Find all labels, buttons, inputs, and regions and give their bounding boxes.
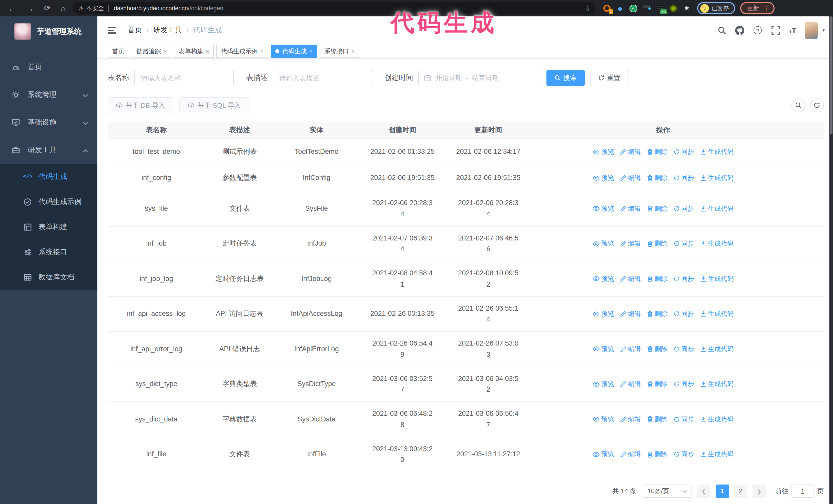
user-menu-caret-icon[interactable]: ▾	[823, 28, 825, 33]
app-logo[interactable]: 芋道管理系统	[0, 17, 97, 46]
browser-back-icon[interactable]: ←	[8, 4, 16, 13]
edit-link[interactable]: 编辑	[620, 309, 641, 319]
preview-link[interactable]: 预览	[593, 147, 614, 157]
github-icon[interactable]	[735, 26, 744, 35]
sidebar-collapse-icon[interactable]	[108, 27, 116, 34]
tab-4[interactable]: 代码生成×	[271, 45, 317, 58]
sidebar-item-0[interactable]: 首页	[0, 53, 97, 81]
sync-link[interactable]: 同步	[673, 203, 694, 214]
close-icon[interactable]: ×	[164, 48, 167, 54]
delete-link[interactable]: 删除	[647, 414, 667, 425]
close-icon[interactable]: ×	[260, 48, 264, 54]
breadcrumb-item-1[interactable]: 研发工具	[153, 26, 182, 35]
page-button-1[interactable]: 1	[716, 484, 729, 498]
generate-code-link[interactable]: 生成代码	[700, 147, 734, 157]
close-icon[interactable]: ×	[206, 48, 209, 54]
sync-link[interactable]: 同步	[673, 239, 694, 249]
delete-link[interactable]: 删除	[647, 274, 667, 284]
browser-home-icon[interactable]: ⌂	[61, 4, 65, 13]
edit-link[interactable]: 编辑	[620, 274, 641, 284]
reset-button[interactable]: 重置	[590, 70, 628, 86]
browser-forward-icon[interactable]: →	[26, 4, 34, 13]
bookmark-star-icon[interactable]: ☆	[585, 4, 590, 12]
prev-page-button[interactable]: ❮	[697, 484, 711, 498]
address-bar[interactable]: ⚠ 不安全 dashboard.yudao.iocoder.cn/tool/co…	[73, 2, 595, 14]
delete-link[interactable]: 删除	[647, 147, 667, 157]
generate-code-link[interactable]: 生成代码	[700, 274, 734, 284]
delete-link[interactable]: 删除	[647, 309, 667, 319]
help-icon[interactable]: ?	[753, 26, 763, 35]
tab-3[interactable]: 代码生成示例×	[216, 45, 268, 58]
tab-5[interactable]: 系统接口×	[320, 45, 360, 58]
edit-link[interactable]: 编辑	[620, 147, 641, 157]
delete-link[interactable]: 删除	[647, 173, 667, 183]
edit-link[interactable]: 编辑	[620, 379, 641, 389]
extension-ring-icon[interactable]: 1	[602, 4, 611, 12]
page-size-select[interactable]: 10条/页	[643, 484, 692, 498]
import-sql-button[interactable]: 基于 SQL 导入	[180, 97, 249, 113]
preview-link[interactable]: 预览	[593, 379, 614, 389]
header-search-icon[interactable]	[717, 26, 727, 35]
delete-link[interactable]: 删除	[647, 239, 667, 249]
sidebar-subitem-1[interactable]: 代码生成示例	[0, 189, 97, 214]
sidebar-subitem-3[interactable]: 系统接口	[0, 239, 97, 265]
fullscreen-icon[interactable]	[771, 26, 781, 35]
tab-2[interactable]: 表单构建×	[174, 45, 214, 58]
next-page-button[interactable]: ❯	[753, 484, 766, 498]
preview-link[interactable]: 预览	[593, 449, 614, 460]
generate-code-link[interactable]: 生成代码	[700, 379, 734, 389]
page-button-2[interactable]: 2	[734, 484, 747, 498]
sidebar-item-2[interactable]: 基础设施	[0, 109, 97, 136]
edit-link[interactable]: 编辑	[620, 344, 641, 354]
extension-proxy-icon[interactable]: on	[656, 4, 664, 12]
delete-link[interactable]: 删除	[647, 449, 667, 460]
edit-link[interactable]: 编辑	[620, 203, 641, 214]
preview-link[interactable]: 预览	[593, 309, 614, 319]
close-icon[interactable]: ×	[352, 48, 355, 54]
preview-link[interactable]: 预览	[593, 414, 614, 425]
tab-0[interactable]: 首页	[108, 45, 129, 58]
extensions-puzzle-icon[interactable]: ✱	[683, 4, 691, 12]
sync-link[interactable]: 同步	[673, 147, 694, 157]
sync-link[interactable]: 同步	[673, 379, 694, 389]
sync-link[interactable]: 同步	[673, 274, 694, 284]
goto-page-input[interactable]	[791, 484, 814, 498]
delete-link[interactable]: 删除	[647, 379, 667, 389]
tab-1[interactable]: 链路追踪×	[132, 45, 171, 58]
edit-link[interactable]: 编辑	[620, 239, 641, 249]
sidebar-subitem-4[interactable]: 数据库文档	[0, 265, 97, 290]
sidebar-item-1[interactable]: 系统管理	[0, 81, 97, 109]
edit-link[interactable]: 编辑	[620, 173, 641, 183]
user-avatar[interactable]	[805, 22, 818, 39]
edit-link[interactable]: 编辑	[620, 414, 641, 425]
sync-link[interactable]: 同步	[673, 309, 694, 319]
font-size-icon[interactable]: тT	[789, 26, 796, 34]
preview-link[interactable]: 预览	[593, 239, 614, 249]
refresh-table-button[interactable]	[810, 98, 824, 112]
browser-update-button[interactable]: 更新 ⋮	[740, 2, 774, 14]
sidebar-subitem-0[interactable]: </>代码生成	[0, 164, 97, 189]
browser-profile-button[interactable]: ツ 已暂停	[697, 2, 735, 14]
sync-link[interactable]: 同步	[673, 449, 694, 460]
sidebar-item-3[interactable]: 研发工具	[0, 136, 97, 164]
generate-code-link[interactable]: 生成代码	[700, 344, 734, 354]
breadcrumb-item-0[interactable]: 首页	[128, 26, 142, 35]
close-icon[interactable]: ×	[309, 48, 313, 54]
sync-link[interactable]: 同步	[673, 414, 694, 425]
extension-gem-icon[interactable]: ◆	[616, 4, 624, 12]
sidebar-subitem-2[interactable]: 表单构建	[0, 214, 97, 239]
generate-code-link[interactable]: 生成代码	[700, 309, 734, 319]
table-desc-input[interactable]	[273, 70, 372, 86]
preview-link[interactable]: 预览	[593, 173, 614, 183]
preview-link[interactable]: 预览	[593, 203, 614, 214]
preview-link[interactable]: 预览	[593, 274, 614, 284]
generate-code-link[interactable]: 生成代码	[700, 449, 734, 460]
browser-menu-icon[interactable]: ⋮	[763, 5, 769, 12]
extension-key-icon[interactable]	[669, 4, 677, 12]
generate-code-link[interactable]: 生成代码	[700, 414, 734, 425]
import-db-button[interactable]: 基于 DB 导入	[108, 97, 173, 113]
edit-link[interactable]: 编辑	[620, 449, 641, 460]
generate-code-link[interactable]: 生成代码	[700, 239, 734, 249]
sync-link[interactable]: 同步	[673, 344, 694, 354]
show-search-toggle-button[interactable]	[791, 98, 805, 112]
